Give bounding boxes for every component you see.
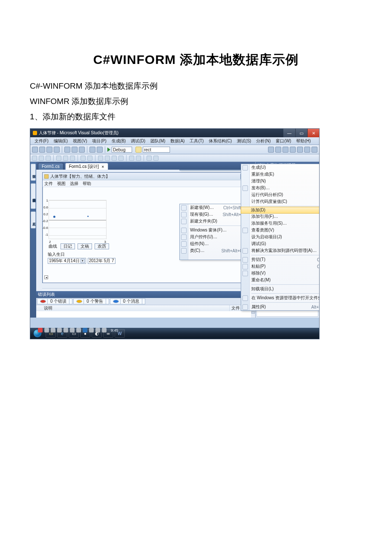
menu-item[interactable]: 生成(B) [109, 137, 128, 145]
find-icon[interactable] [135, 147, 141, 153]
redo-icon[interactable] [97, 147, 103, 153]
tray-icon-6[interactable] [70, 328, 75, 332]
tab-form1-design[interactable]: Form1.cs [设计]✕ [65, 163, 108, 170]
find-combo[interactable]: rect [143, 147, 170, 153]
window-max-button[interactable]: ▭ [295, 129, 307, 137]
spc4-icon[interactable] [118, 156, 124, 161]
menu-item[interactable]: 清理(N) [241, 178, 320, 185]
save-all-icon[interactable] [54, 147, 60, 153]
close-icon[interactable]: ✕ [101, 165, 104, 169]
menu-item[interactable]: 发布(B)… [241, 185, 320, 191]
tray-icon-5[interactable] [63, 328, 68, 332]
tab-btn-2[interactable]: 文稿 [78, 243, 92, 249]
error-col-desc[interactable]: 说明 [36, 305, 230, 311]
menu-item[interactable]: 文件(F) [32, 137, 51, 145]
tray-chevron-up-icon[interactable] [83, 328, 87, 332]
order2-icon[interactable] [136, 156, 141, 161]
menu-item[interactable]: 视图(V) [70, 137, 89, 145]
menu-item[interactable]: 运行代码分析(O) [241, 191, 320, 198]
align3-icon[interactable] [46, 156, 51, 161]
menu-item[interactable]: 设为启动项目(J) [241, 234, 320, 240]
menu-item[interactable]: 体系结构(C) [206, 137, 234, 145]
align1-icon[interactable] [32, 156, 37, 161]
align2-icon[interactable] [39, 156, 44, 161]
menu-item[interactable]: 现有项(G)…Shift+Alt+A [180, 211, 245, 218]
tab2-icon[interactable] [153, 156, 159, 161]
ext1-icon[interactable] [268, 147, 274, 153]
window-min-button[interactable]: — [283, 129, 295, 137]
menu-item[interactable]: 生成(U) [241, 164, 320, 171]
menu-item[interactable]: 属性(R)Alt+Enter [241, 304, 320, 310]
tray-volume-icon[interactable] [102, 328, 107, 332]
ext4-icon[interactable] [290, 147, 296, 153]
start-debug-button[interactable] [107, 147, 110, 152]
tray-icon-3[interactable] [51, 328, 55, 332]
ext2-icon[interactable] [275, 147, 281, 153]
copy-icon[interactable] [72, 147, 78, 153]
spc2-icon[interactable] [105, 156, 110, 161]
menu-item[interactable]: 项目(P) [89, 137, 109, 145]
tab1-icon[interactable] [147, 156, 152, 161]
menu-item[interactable]: 粘贴(P)Ctrl+V [241, 263, 320, 270]
date-picker-1[interactable]: 1965年 4月14日▾ [48, 258, 86, 264]
grid3-icon[interactable] [70, 156, 75, 161]
tray-icon-2[interactable] [44, 328, 49, 332]
left-pill-2[interactable]: 服务器资源管理器 [31, 183, 36, 209]
grid2-icon[interactable] [63, 156, 68, 161]
menu-item[interactable]: 卸载项目(L) [241, 286, 320, 292]
tray-network-icon[interactable] [95, 328, 100, 332]
menu-item[interactable]: 编辑(E) [51, 137, 70, 145]
menu-item[interactable]: 查看类图(V) [241, 227, 320, 234]
menu-item[interactable]: 剪切(T)Ctrl+X [241, 256, 320, 263]
menu-item[interactable]: 计算代码度量值(C) [241, 198, 320, 205]
error-filter-tab[interactable]: 0 个消息 [110, 298, 145, 304]
menu-item[interactable]: 重命名(M) [241, 277, 320, 283]
new-project-icon[interactable] [32, 147, 38, 153]
menu-item[interactable]: 数据(A) [168, 137, 187, 145]
form-menu-item[interactable]: 文件 [44, 181, 53, 187]
config-combo[interactable]: Debug [112, 147, 132, 153]
spc1-icon[interactable] [98, 156, 103, 161]
menu-item[interactable]: 重新生成(E) [241, 171, 320, 178]
ext6-icon[interactable] [304, 147, 310, 153]
menu-item[interactable]: 工具(T) [187, 137, 206, 145]
tray-icon-4[interactable] [57, 328, 62, 332]
ext7-icon[interactable] [311, 147, 317, 153]
menu-item[interactable]: 用户控件(U)… [180, 234, 245, 240]
tray-m-icon[interactable] [38, 328, 43, 332]
menu-item[interactable]: 窗口(W) [273, 137, 294, 145]
spc3-icon[interactable] [112, 156, 117, 161]
tab-form1-cs[interactable]: Form1.cs [38, 163, 63, 170]
error-filter-tab[interactable]: 0 个警告 [73, 298, 109, 304]
paste-icon[interactable] [79, 147, 85, 153]
open-icon[interactable] [39, 147, 45, 153]
left-pill-1[interactable]: 数据源 [31, 164, 36, 181]
form-menu-item[interactable]: 选择 [70, 181, 78, 187]
form-menu-item[interactable]: 帮助 [83, 181, 91, 187]
save-icon[interactable] [46, 147, 52, 153]
menu-item[interactable]: Windows 窗体(F)… [180, 227, 245, 234]
cut-icon[interactable] [64, 147, 70, 153]
menu-item[interactable]: 测试(S) [234, 137, 254, 145]
menu-item[interactable]: 新建文件夹(D) [180, 218, 245, 225]
order1-icon[interactable] [129, 156, 134, 161]
size2-icon[interactable] [87, 156, 92, 161]
chevron-down-icon[interactable]: ▾ [81, 259, 85, 263]
ext3-icon[interactable] [282, 147, 288, 153]
menu-item[interactable]: 新建项(W)…Ctrl+Shift+A [180, 204, 245, 211]
tray-icon-7[interactable] [76, 328, 81, 332]
menu-item[interactable]: 调试(G)▸ [241, 240, 320, 247]
menu-item[interactable]: 将解决方案添加到源代码管理(A)… [241, 247, 320, 254]
tray-flag-icon[interactable] [89, 328, 94, 332]
menu-item[interactable]: 添加(D)▸ [241, 207, 320, 214]
menu-item[interactable]: 团队(M) [148, 137, 168, 145]
taskbar-clock[interactable]: 9:45 [111, 328, 118, 332]
menu-item[interactable]: 添加引用(F)… [241, 213, 320, 220]
menu-item[interactable]: 类(C)…Shift+Alt+C [180, 247, 245, 254]
menu-item[interactable]: 移除(V)Del [241, 270, 320, 277]
menu-item[interactable]: 添加服务引用(S)… [241, 220, 320, 227]
date-picker-2[interactable]: 2012年 5月 7 [88, 258, 115, 264]
left-pill-3[interactable]: 工具栏 [31, 211, 36, 228]
undo-icon[interactable] [89, 147, 95, 153]
menu-item[interactable]: 帮助(H) [294, 137, 313, 145]
